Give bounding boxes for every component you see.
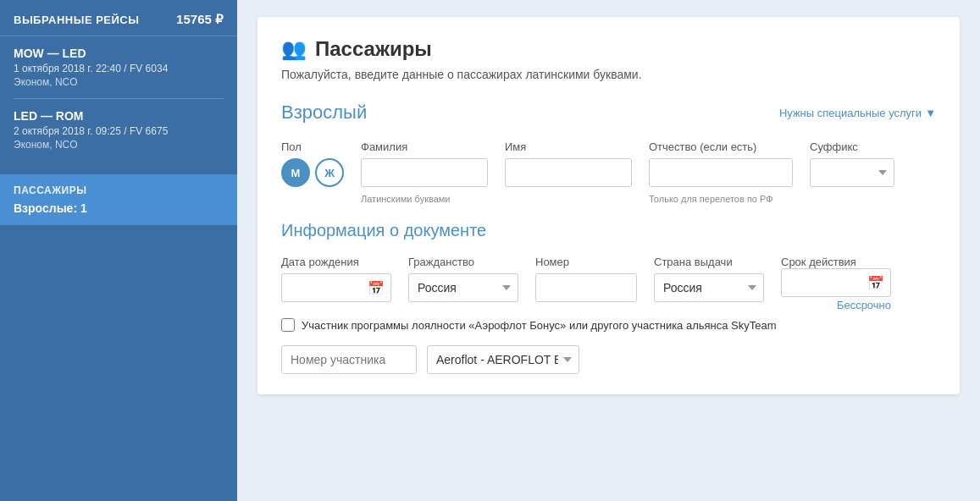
first-name-label: Имя (505, 140, 632, 153)
gender-label: Пол (281, 140, 344, 153)
page-title: Пассажиры (315, 37, 432, 61)
adult-section-header: Взрослый Нужны специальные услуги ▼ (281, 102, 936, 124)
validity-label: Срок действия (781, 256, 891, 268)
doc-number-input[interactable] (535, 273, 637, 302)
route-class-1: Эконом, NCO (14, 76, 224, 88)
bessrochno-link[interactable]: Бессрочно (781, 299, 891, 311)
issue-country-select[interactable]: Россия (654, 273, 764, 302)
sidebar-header: ВЫБРАННЫЕ РЕЙСЫ 15765 ₽ (0, 0, 237, 36)
doc-form-row: Дата рождения 📅 Гражданство Россия Номер (281, 256, 936, 311)
suffix-select[interactable]: Jr Sr II III (810, 158, 894, 187)
gender-male-button[interactable]: М (281, 158, 310, 187)
chevron-down-icon: ▼ (925, 107, 936, 119)
route-class-2: Эконом, NCO (14, 139, 224, 151)
last-name-hint: Латинскими буквами (361, 194, 488, 204)
adult-section-title: Взрослый (281, 102, 367, 124)
last-name-input[interactable] (361, 158, 488, 187)
route-mow-led: MOW — LED 1 октября 2018 г. 22:40 / FV 6… (0, 36, 237, 98)
validity-input[interactable] (781, 268, 891, 297)
citizenship-group: Гражданство Россия (408, 256, 518, 302)
patronymic-label: Отчество (если есть) (649, 140, 793, 153)
birth-date-input-wrapper: 📅 (281, 273, 391, 302)
issue-country-label: Страна выдачи (654, 256, 764, 268)
patronymic-hint: Только для перелетов по РФ (649, 194, 793, 204)
loyalty-row: Участник программы лоялности «Аэрофлот Б… (281, 318, 936, 332)
validity-group: Срок действия 📅 Бессрочно (781, 256, 891, 311)
loyalty-label: Участник программы лоялности «Аэрофлот Б… (302, 319, 777, 332)
sidebar: ВЫБРАННЫЕ РЕЙСЫ 15765 ₽ MOW — LED 1 октя… (0, 0, 237, 501)
sidebar-passengers-title: ПАССАЖИРЫ (14, 184, 224, 196)
route-name-1: MOW — LED (14, 47, 224, 60)
loyalty-inputs: Aeroflot - AEROFLOT Б S7 - S7 Priority Д… (281, 345, 936, 374)
citizenship-label: Гражданство (408, 256, 518, 268)
suffix-group: Суффикс Jr Sr II III (810, 140, 894, 187)
passengers-icon: 👥 (281, 37, 307, 61)
route-name-2: LED — ROM (14, 109, 224, 123)
page-header: 👥 Пассажиры (281, 37, 936, 61)
birth-date-label: Дата рождения (281, 256, 391, 268)
gender-buttons: М Ж (281, 158, 344, 187)
patronymic-input[interactable] (649, 158, 793, 187)
route-date-1: 1 октября 2018 г. 22:40 / FV 6034 (14, 63, 224, 74)
last-name-label: Фамилия (361, 140, 488, 153)
doc-number-label: Номер (535, 256, 637, 268)
doc-number-group: Номер (535, 256, 637, 302)
gender-group: Пол М Ж (281, 140, 344, 187)
first-name-group: Имя (505, 140, 632, 187)
loyalty-checkbox[interactable] (281, 318, 295, 332)
main-content: 👥 Пассажиры Пожалуйста, введите данные о… (237, 0, 980, 501)
special-services-link[interactable]: Нужны специальные услуги ▼ (779, 107, 936, 119)
name-form-row: Пол М Ж Фамилия Латинскими буквами Имя О… (281, 140, 936, 204)
suffix-label: Суффикс (810, 140, 894, 153)
patronymic-group: Отчество (если есть) Только для перелето… (649, 140, 793, 204)
issue-country-group: Страна выдачи Россия (654, 256, 764, 302)
loyalty-program-select[interactable]: Aeroflot - AEROFLOT Б S7 - S7 Priority Д… (427, 345, 579, 374)
special-services-label: Нужны специальные услуги (779, 107, 922, 119)
sidebar-price: 15765 ₽ (176, 12, 224, 27)
last-name-group: Фамилия Латинскими буквами (361, 140, 488, 204)
passengers-card: 👥 Пассажиры Пожалуйста, введите данные о… (257, 17, 960, 394)
birth-date-group: Дата рождения 📅 (281, 256, 391, 302)
validity-input-wrapper: 📅 (781, 268, 891, 297)
gender-female-button[interactable]: Ж (315, 158, 344, 187)
route-led-rom: LED — ROM 2 октября 2018 г. 09:25 / FV 6… (0, 99, 237, 161)
doc-section-title: Информация о документе (281, 221, 936, 240)
citizenship-select[interactable]: Россия (408, 273, 518, 302)
first-name-input[interactable] (505, 158, 632, 187)
sidebar-adults-detail: Взрослые: 1 (14, 201, 224, 215)
sidebar-passengers: ПАССАЖИРЫ Взрослые: 1 (0, 174, 237, 225)
sidebar-header-title: ВЫБРАННЫЕ РЕЙСЫ (14, 14, 139, 26)
page-subtitle: Пожалуйста, введите данные о пассажирах … (281, 68, 936, 81)
birth-date-input[interactable] (281, 273, 391, 302)
route-date-2: 2 октября 2018 г. 09:25 / FV 6675 (14, 125, 224, 137)
loyalty-number-input[interactable] (281, 345, 417, 374)
